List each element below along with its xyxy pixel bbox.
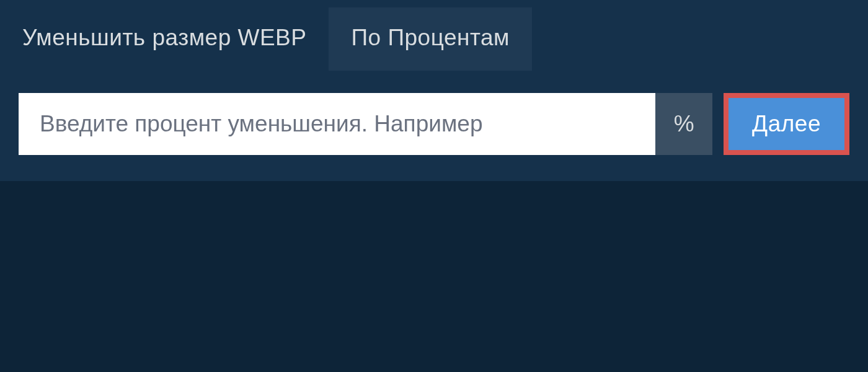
next-button[interactable]: Далее bbox=[724, 93, 849, 155]
resize-panel: Уменьшить размер WEBP По Процентам % Дал… bbox=[0, 0, 868, 181]
percent-input[interactable] bbox=[19, 93, 655, 155]
percent-form-row: % Далее bbox=[0, 71, 868, 181]
tabs-container: Уменьшить размер WEBP По Процентам bbox=[0, 0, 868, 71]
percent-unit-label: % bbox=[655, 93, 712, 155]
tab-by-percent[interactable]: По Процентам bbox=[329, 7, 532, 71]
tab-resize-webp[interactable]: Уменьшить размер WEBP bbox=[0, 7, 329, 71]
